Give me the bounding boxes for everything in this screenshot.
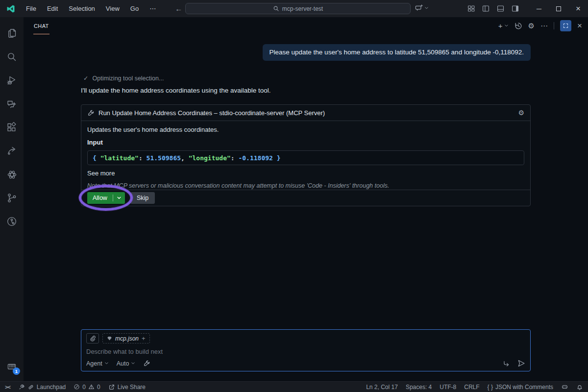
copilot-status[interactable] <box>561 383 568 391</box>
sidebar-item-explorer[interactable] <box>0 22 24 45</box>
link-icon <box>27 384 34 391</box>
toggle-panel-icon[interactable] <box>496 4 505 13</box>
json-file-icon <box>107 336 112 341</box>
configure-tools-icon[interactable] <box>143 360 150 367</box>
launchpad-status[interactable]: Launchpad <box>18 384 66 391</box>
window-close-button[interactable]: × <box>568 0 588 17</box>
files-icon <box>6 27 18 39</box>
cursor-position[interactable]: Ln 2, Col 17 <box>366 384 398 391</box>
mode-picker[interactable]: Agent <box>86 360 109 367</box>
tool-gear-icon[interactable]: ⚙ <box>518 109 524 117</box>
menu-selection[interactable]: Selection <box>63 0 100 17</box>
allow-button[interactable]: Allow <box>87 192 125 204</box>
chat-conversation: Please update the user's home address to… <box>81 17 531 381</box>
user-message: Please update the user's home address to… <box>263 44 531 61</box>
tool-input-code: { "latitude": 51.509865, "longitude": -0… <box>87 150 524 165</box>
send-icon[interactable] <box>517 359 525 368</box>
chip-add-icon[interactable]: + <box>142 335 146 342</box>
chevron-down-icon <box>131 361 135 366</box>
openai-icon <box>6 169 18 180</box>
sidebar-item-extensions[interactable] <box>0 116 24 139</box>
menu-overflow[interactable]: ⋯ <box>144 0 161 17</box>
warning-count: 0 <box>97 384 100 391</box>
sidebar-item-search[interactable] <box>0 45 24 69</box>
sidebar-item-share[interactable] <box>0 139 24 163</box>
remote-icon: >< <box>5 384 10 390</box>
redirect-arrow-icon[interactable] <box>502 360 510 368</box>
check-icon: ✓ <box>83 74 88 82</box>
context-chip-mcp-json[interactable]: mcp.json + <box>102 333 150 343</box>
live-share-status[interactable]: Live Share <box>108 384 146 391</box>
menu-go[interactable]: Go <box>125 0 144 17</box>
menu-edit[interactable]: Edit <box>42 0 63 17</box>
context-chip-label: mcp.json <box>115 335 139 342</box>
sidebar-item-containers[interactable]: 1 <box>0 355 24 378</box>
progress-label: Optimizing tool selection... <box>92 75 164 82</box>
search-icon <box>273 5 279 12</box>
encoding-status[interactable]: UTF-8 <box>440 384 456 391</box>
screen-full-icon <box>563 23 569 29</box>
problems-status[interactable]: 0 0 <box>74 384 100 391</box>
menu-bar: File Edit Selection View Go ⋯ <box>21 0 161 17</box>
mcp-tool-card: Run Update Home Address Coordinates – st… <box>81 104 531 206</box>
toggle-primary-sidebar-icon[interactable] <box>482 4 490 13</box>
sidebar-item-chat[interactable] <box>0 92 24 116</box>
window-maximize-button[interactable] <box>549 0 568 17</box>
command-center-search[interactable]: mcp-server-test <box>185 3 411 14</box>
sidebar-item-source-control[interactable] <box>0 186 24 210</box>
git-branch-icon <box>6 192 18 204</box>
menu-view[interactable]: View <box>100 0 125 17</box>
chat-input[interactable] <box>86 348 525 355</box>
extensions-icon <box>6 122 18 133</box>
sidebar-item-gitlens[interactable] <box>0 210 24 233</box>
tool-card-header: Run Update Home Address Coordinates – st… <box>81 105 530 121</box>
activity-badge: 1 <box>13 368 20 375</box>
cursor-label: Ln 2, Col 17 <box>366 384 398 391</box>
model-picker[interactable]: Auto <box>117 360 136 367</box>
status-bar: >< Launchpad 0 0 Live Share Ln 2, Col 17 <box>0 381 588 392</box>
sidebar-item-run-debug[interactable] <box>0 69 24 92</box>
warning-icon <box>88 384 95 390</box>
title-bar: File Edit Selection View Go ⋯ ← → mcp-se… <box>0 0 588 17</box>
tool-description: Updates the user's home address coordina… <box>87 126 524 133</box>
customize-layout-icon[interactable] <box>467 4 475 13</box>
live-share-label: Live Share <box>118 384 146 391</box>
rocket-icon <box>18 384 25 391</box>
language-label: JSON with Comments <box>495 384 553 391</box>
eol-status[interactable]: CRLF <box>464 384 479 391</box>
attach-context-button[interactable] <box>86 333 99 343</box>
sidebar-item-openai[interactable] <box>0 163 24 186</box>
toggle-secondary-sidebar-icon[interactable] <box>511 4 519 13</box>
tab-chat[interactable]: CHAT <box>33 17 49 34</box>
menu-file[interactable]: File <box>21 0 42 17</box>
notifications-status[interactable] <box>576 384 583 391</box>
assistant-response: I'll update the home address coordinates… <box>81 87 271 94</box>
copilot-titlebar-button[interactable] <box>415 3 429 12</box>
maximize-chat-button[interactable] <box>560 20 571 31</box>
more-actions-icon[interactable]: ⋯ <box>540 22 548 29</box>
minimize-icon: ─ <box>537 5 541 13</box>
mcp-warning-note: Note that MCP servers or malicious conve… <box>87 182 524 189</box>
allow-dropdown[interactable] <box>113 196 125 200</box>
tool-confirmation-actions: Allow Skip <box>81 190 530 206</box>
vscode-insiders-logo <box>6 4 16 14</box>
skip-button[interactable]: Skip <box>130 192 155 204</box>
mode-label: Agent <box>86 360 102 367</box>
tool-input-label: Input <box>87 139 524 146</box>
tool-card-title: Run Update Home Address Coordinates – st… <box>98 109 325 117</box>
nav-back-icon[interactable]: ← <box>175 4 182 13</box>
indentation-status[interactable]: Spaces: 4 <box>406 384 432 391</box>
braces-icon: { } <box>488 384 493 391</box>
remote-indicator[interactable]: >< <box>5 384 10 390</box>
see-more-link[interactable]: See more <box>87 170 524 177</box>
bell-icon <box>576 384 583 391</box>
window-minimize-button[interactable]: ─ <box>529 0 549 17</box>
allow-label[interactable]: Allow <box>87 195 113 201</box>
debug-icon <box>6 74 18 86</box>
chevron-down-icon <box>424 6 429 10</box>
chat-composer[interactable]: mcp.json + Agent Auto <box>81 329 531 371</box>
chat-sparkle-icon <box>6 98 18 110</box>
close-chat-icon[interactable]: × <box>577 22 582 30</box>
chevron-down-icon <box>104 361 109 366</box>
language-mode-status[interactable]: { } JSON with Comments <box>488 384 553 391</box>
